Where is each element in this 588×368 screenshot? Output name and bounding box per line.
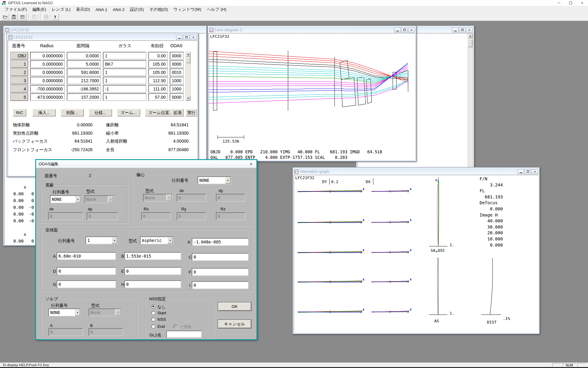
menu-design[interactable]: 設計(S): [127, 6, 147, 13]
glass-field[interactable]: 1: [103, 93, 146, 101]
radio-nss[interactable]: [151, 317, 155, 321]
minimize-icon[interactable]: [394, 28, 401, 33]
gap-field[interactable]: 212.7000: [67, 77, 101, 84]
spec-button[interactable]: 仕様...: [89, 109, 112, 117]
glass-field[interactable]: 1: [103, 77, 146, 84]
maximize-icon[interactable]: [565, 0, 576, 6]
delete-button[interactable]: 削除...: [61, 109, 84, 117]
help-button[interactable]: ?: [51, 13, 59, 20]
scroll-up-icon[interactable]: ▲: [186, 52, 190, 57]
surface-number[interactable]: 2: [10, 68, 28, 76]
chevron-down-icon[interactable]: [168, 237, 173, 244]
insert-button[interactable]: 挿入...: [32, 109, 56, 117]
execute-button[interactable]: 実行: [186, 109, 197, 117]
h-field[interactable]: 0: [124, 280, 181, 288]
lens-data-button[interactable]: [18, 13, 26, 20]
chevron-down-icon[interactable]: [75, 196, 81, 203]
menu-window[interactable]: ウィンドウ(W): [171, 6, 204, 13]
cancel-button[interactable]: キャンセル: [218, 320, 251, 328]
chevron-down-icon[interactable]: [115, 309, 121, 316]
decenter-ry-field[interactable]: 0: [177, 212, 206, 220]
solve-b-field[interactable]: 0: [89, 328, 123, 336]
solve-matrix-select[interactable]: NONE: [48, 309, 81, 316]
radius-field[interactable]: 0.0000000: [30, 60, 65, 68]
decenter-dx-field[interactable]: 0: [177, 194, 206, 202]
odas-field[interactable]: 1000: [170, 77, 184, 84]
gap-field[interactable]: 157.2000: [67, 93, 101, 101]
menu-other[interactable]: その他(O): [147, 6, 171, 13]
window-titlebar[interactable]: Aberration graph ×: [294, 168, 539, 175]
menu-view[interactable]: 表示(D): [73, 6, 93, 13]
gl2-field[interactable]: [166, 331, 202, 338]
minimize-icon[interactable]: [518, 169, 524, 174]
surface-number[interactable]: 3: [10, 77, 28, 84]
scroll-down-icon[interactable]: ▼: [186, 96, 190, 101]
close-icon[interactable]: ×: [248, 161, 254, 167]
chevron-down-icon[interactable]: [225, 177, 231, 184]
chevron-down-icon[interactable]: [75, 309, 80, 316]
odas-edit-dialog[interactable]: ODAS編集 × 面番号 2 遮蔽 行列番号 NONE 型式 None dx: [36, 159, 257, 340]
diameter-field[interactable]: 57.00: [148, 93, 168, 101]
menu-lens[interactable]: レンズ (L): [49, 6, 74, 13]
d-field[interactable]: 0: [57, 267, 116, 275]
solve-a-field[interactable]: 0: [48, 328, 83, 336]
rc-button[interactable]: R/C: [13, 109, 26, 117]
gap-field[interactable]: -186.3952: [67, 85, 101, 93]
glass-field[interactable]: 1: [103, 68, 146, 76]
gap-field[interactable]: 591.8000: [67, 68, 101, 76]
i-field[interactable]: 0: [192, 281, 249, 289]
surface-number[interactable]: 4: [10, 85, 28, 93]
close-icon[interactable]: ×: [532, 169, 538, 174]
maximize-icon[interactable]: [525, 169, 531, 174]
radius-field[interactable]: 0.0000000: [30, 52, 65, 59]
minimize-icon[interactable]: [553, 0, 565, 6]
menu-file[interactable]: ファイル(F): [2, 6, 30, 13]
shield-type-select[interactable]: None: [85, 195, 114, 203]
shield-matrix-select[interactable]: NONE: [50, 195, 81, 203]
chevron-down-icon[interactable]: [112, 237, 117, 244]
chevron-down-icon[interactable]: [166, 194, 172, 201]
glass-field[interactable]: -1: [103, 85, 146, 93]
gap-field[interactable]: 0.0000: [67, 52, 101, 59]
dialog-titlebar[interactable]: ODAS編集 ×: [36, 160, 256, 168]
radio-start[interactable]: [151, 311, 155, 315]
decenter-type-select[interactable]: None: [143, 194, 172, 202]
menu-help[interactable]: ヘルプ (H): [204, 6, 229, 13]
open-file-button[interactable]: [1, 13, 9, 20]
surface-number[interactable]: 5: [10, 93, 28, 101]
window-aberration-graph[interactable]: Aberration graph × LFC21F32 DY 0.2 DX: [292, 167, 540, 334]
b-field[interactable]: 1.553e-015: [124, 252, 181, 260]
aspheric-type-select[interactable]: Aspheric: [140, 236, 174, 244]
table-scrollbar[interactable]: ▲ ▼: [186, 52, 191, 101]
window-titlebar[interactable]: Lens diagram 1 ×: [209, 27, 415, 33]
radius-field[interactable]: -673.0000000: [30, 93, 65, 101]
g-field[interactable]: 0: [57, 280, 116, 288]
radio-none[interactable]: [151, 305, 155, 309]
maximize-icon[interactable]: [401, 28, 408, 33]
print-button[interactable]: [42, 13, 50, 20]
chevron-down-icon[interactable]: [108, 196, 113, 203]
odas-field[interactable]: 0000: [170, 52, 184, 59]
decenter-rx-field[interactable]: 0: [141, 212, 171, 220]
odas-field[interactable]: 0000: [170, 60, 184, 68]
aspheric-matrix-select[interactable]: 1: [85, 236, 118, 244]
scrollbar-thumb[interactable]: [186, 57, 190, 63]
window-titlebar[interactable]: LFC21F32 ×: [8, 34, 197, 40]
window-surface-table[interactable]: LFC21F32 × 面番号 Radius 面間隔 ガラス 有効径 ODAS O…: [6, 33, 198, 177]
save-button[interactable]: [10, 13, 18, 20]
extend-button[interactable]: 拡張: [172, 109, 184, 117]
k-field[interactable]: -1.048e-005: [192, 238, 249, 246]
minimize-icon[interactable]: [452, 28, 458, 33]
shield-dx-field[interactable]: 0: [48, 212, 83, 220]
scroll-up-icon[interactable]: ▲: [468, 34, 473, 38]
solve-type-select[interactable]: None: [89, 309, 121, 316]
decenter-dy-field[interactable]: 0: [216, 194, 245, 202]
minimize-icon[interactable]: [176, 35, 183, 40]
maximize-icon[interactable]: [183, 35, 190, 40]
radio-end[interactable]: [151, 324, 155, 328]
scrollbar-thumb[interactable]: [468, 39, 473, 47]
diameter-field[interactable]: 112.50: [148, 77, 168, 84]
surface-number[interactable]: OBJ: [10, 52, 28, 59]
shield-dy-field[interactable]: 0: [87, 212, 118, 220]
close-icon[interactable]: ×: [408, 28, 415, 33]
